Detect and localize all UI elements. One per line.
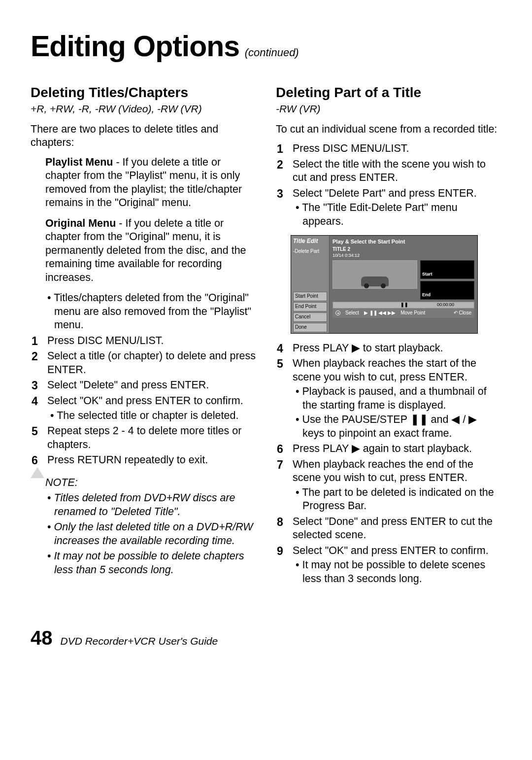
ss-select-dot-icon (335, 311, 340, 315)
original-menu-sub: Titles/chapters deleted from the "Origin… (31, 291, 256, 332)
step-text: Select "OK" and press ENTER to confirm. (293, 545, 489, 556)
step-sub: Playback is paused, and a thumbnail of t… (293, 385, 501, 412)
ss-main-title: Play & Select the Start Point (332, 238, 474, 245)
ss-sidebar-title: Title Edit (291, 236, 329, 247)
step-text: When playback reaches the start of the s… (293, 357, 476, 383)
step-item: 1Press DISC MENU/LIST. (291, 142, 501, 156)
step-item: 4Select "OK" and press ENTER to confirm.… (45, 394, 256, 422)
step-text: Select the title with the scene you wish… (293, 158, 486, 184)
step-text: Select a title (or chapter) to delete an… (47, 350, 256, 376)
note-block: NOTE: Titles deleted from DVD+RW discs a… (31, 476, 256, 577)
step-text: Press DISC MENU/LIST. (293, 142, 409, 154)
ss-progress-bar[interactable]: ❚❚ 00:00:00 (332, 302, 474, 309)
section-heading: Deleting Part of a Title (276, 84, 501, 102)
step-number: 5 (277, 357, 283, 371)
step-sub: The "Title Edit-Delete Part" menu appear… (293, 201, 501, 228)
intro-paragraph: To cut an individual scene from a record… (276, 123, 501, 137)
ss-footer-select: Select (345, 310, 359, 316)
step-text: Select "Delete" and press ENTER. (47, 379, 209, 391)
step-number: 2 (32, 349, 38, 364)
ss-main-panel: Play & Select the Start Point TITLE 2 10… (330, 236, 477, 333)
step-number: 6 (32, 453, 38, 468)
step-sub: The selected title or chapter is deleted… (47, 409, 256, 423)
step-number: 4 (277, 342, 283, 356)
step-number: 6 (277, 442, 283, 456)
right-column: Deleting Part of a Title -RW (VR) To cut… (276, 84, 501, 587)
ss-start-point-button[interactable]: Start Point (293, 292, 327, 301)
ss-sidebar: Title Edit -Delete Part Start Point End … (291, 236, 330, 333)
right-steps-b: 4Press PLAY ▶ to start playback. 5When p… (276, 342, 501, 586)
step-item: 4Press PLAY ▶ to start playback. (291, 342, 501, 355)
step-item: 6Press RETURN repeatedly to exit. (45, 453, 256, 467)
ss-sidebar-subtitle: -Delete Part (291, 247, 329, 258)
note-label: NOTE: (45, 476, 256, 490)
page-title-continued: (continued) (245, 46, 299, 59)
ss-title-meta: 10/14 0:34:12 (332, 253, 474, 259)
step-text: Select "Done" and press ENTER to cut the… (293, 516, 493, 541)
step-number: 2 (277, 158, 283, 172)
step-number: 9 (277, 544, 283, 558)
step-item: 9Select "OK" and press ENTER to confirm.… (291, 544, 501, 586)
step-number: 3 (32, 379, 38, 393)
step-text: Press DISC MENU/LIST. (47, 335, 164, 346)
step-text: Select "Delete Part" and press ENTER. (293, 187, 477, 199)
ss-end-thumb: End (420, 281, 474, 300)
step-item: 6Press PLAY ▶ again to start playback. (291, 442, 501, 456)
playlist-menu-block: Playlist Menu - If you delete a title or… (31, 156, 256, 210)
ss-footer-close: ↶ Close (454, 310, 471, 316)
step-text: Repeat steps 2 - 4 to delete more titles… (47, 425, 241, 450)
step-text: When playback reaches the end of the sce… (293, 458, 473, 484)
step-sub: It may not be possible to delete scenes … (293, 558, 501, 586)
page-title: Editing Options (31, 30, 239, 63)
step-number: 7 (277, 458, 283, 472)
note-item: Only the last deleted title on a DVD+R/R… (54, 520, 256, 548)
ss-footer: Select ▶ ❚❚ ◀◀ ▶▶ Move Point ↶ Close (332, 309, 474, 318)
page-title-row: Editing Options (continued) (31, 30, 501, 63)
format-list: +R, +RW, -R, -RW (Video), -RW (VR) (31, 103, 256, 116)
page-number: 48 (31, 627, 53, 649)
note-item: It may not be possible to delete chapter… (54, 550, 256, 577)
ss-start-label: Start (422, 272, 432, 277)
intro-paragraph: There are two places to delete titles an… (31, 123, 256, 150)
ss-footer-move: Move Point (400, 310, 425, 316)
right-steps-a: 1Press DISC MENU/LIST. 2Select the title… (276, 142, 501, 228)
step-number: 1 (32, 334, 38, 348)
guide-name: DVD Recorder+VCR User's Guide (61, 635, 218, 647)
step-item: 5Repeat steps 2 - 4 to delete more title… (45, 424, 256, 451)
step-item: 3Select "Delete Part" and press ENTER. T… (291, 187, 501, 229)
step-number: 3 (277, 187, 283, 201)
ss-start-thumb: Start (420, 260, 474, 279)
ss-done-button[interactable]: Done (293, 323, 327, 332)
original-menu-lead: Original Menu (45, 217, 116, 229)
step-number: 4 (32, 394, 38, 409)
step-text: Select "OK" and press ENTER to confirm. (47, 395, 243, 407)
page-footer: 48 DVD Recorder+VCR User's Guide (31, 627, 501, 649)
left-steps: 1Press DISC MENU/LIST. 2Select a title (… (31, 334, 256, 467)
title-edit-screenshot: Title Edit -Delete Part Start Point End … (291, 235, 501, 333)
step-sub: Use the PAUSE/STEP ❚❚ and ◀ / ▶ keys to … (293, 413, 501, 440)
ss-end-label: End (422, 292, 431, 298)
step-item: 2Select a title (or chapter) to delete a… (45, 349, 256, 377)
step-number: 8 (277, 515, 283, 529)
step-item: 3Select "Delete" and press ENTER. (45, 379, 256, 392)
format-list: -RW (VR) (276, 103, 501, 116)
ss-title-name: TITLE 2 (332, 246, 474, 253)
step-number: 5 (32, 424, 38, 439)
step-sub: The part to be deleted is indicated on t… (293, 486, 501, 513)
step-text: Press PLAY ▶ to start playback. (293, 342, 443, 354)
ss-footer-controls: ▶ ❚❚ ◀◀ ▶▶ (364, 310, 396, 316)
section-heading: Deleting Titles/Chapters (31, 84, 256, 102)
left-column: Deleting Titles/Chapters +R, +RW, -R, -R… (31, 84, 256, 587)
ss-cancel-button[interactable]: Cancel (293, 312, 327, 322)
note-item: Titles deleted from DVD+RW discs are ren… (54, 491, 256, 518)
step-item: 1Press DISC MENU/LIST. (45, 334, 256, 348)
note-triangle-icon (31, 467, 44, 478)
ss-bar-time: 00:00:00 (437, 302, 454, 308)
step-number: 1 (277, 142, 283, 156)
playlist-menu-lead: Playlist Menu (45, 156, 113, 168)
step-text: Press PLAY ▶ again to start playback. (293, 443, 472, 454)
ss-preview-video (332, 260, 417, 289)
ss-end-point-button[interactable]: End Point (293, 302, 327, 311)
step-item: 8Select "Done" and press ENTER to cut th… (291, 515, 501, 542)
step-text: Press RETURN repeatedly to exit. (47, 454, 208, 466)
